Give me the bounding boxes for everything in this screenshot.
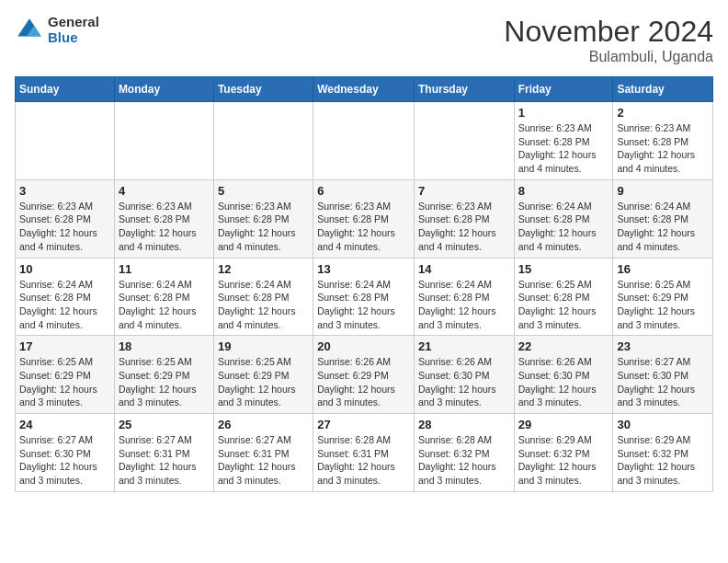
logo-blue: Blue bbox=[48, 30, 99, 46]
calendar: SundayMondayTuesdayWednesdayThursdayFrid… bbox=[15, 76, 713, 492]
day-number: 4 bbox=[119, 184, 210, 198]
calendar-cell: 29Sunrise: 6:29 AM Sunset: 6:32 PM Dayli… bbox=[514, 414, 613, 492]
calendar-cell: 6Sunrise: 6:23 AM Sunset: 6:28 PM Daylig… bbox=[313, 179, 415, 258]
weekday-header: Thursday bbox=[414, 77, 514, 102]
day-info: Sunrise: 6:29 AM Sunset: 6:32 PM Dayligh… bbox=[617, 433, 709, 488]
day-info: Sunrise: 6:23 AM Sunset: 6:28 PM Dayligh… bbox=[518, 121, 609, 176]
day-number: 18 bbox=[119, 339, 210, 353]
calendar-cell: 21Sunrise: 6:26 AM Sunset: 6:30 PM Dayli… bbox=[414, 336, 514, 414]
calendar-cell: 7Sunrise: 6:23 AM Sunset: 6:28 PM Daylig… bbox=[414, 179, 514, 258]
calendar-cell: 24Sunrise: 6:27 AM Sunset: 6:30 PM Dayli… bbox=[16, 414, 115, 492]
calendar-cell: 11Sunrise: 6:24 AM Sunset: 6:28 PM Dayli… bbox=[114, 258, 213, 336]
calendar-cell: 14Sunrise: 6:24 AM Sunset: 6:28 PM Dayli… bbox=[414, 258, 514, 336]
day-number: 27 bbox=[317, 418, 410, 431]
calendar-cell: 3Sunrise: 6:23 AM Sunset: 6:28 PM Daylig… bbox=[16, 179, 115, 258]
day-number: 2 bbox=[617, 106, 709, 120]
day-number: 13 bbox=[317, 262, 410, 276]
calendar-cell: 30Sunrise: 6:29 AM Sunset: 6:32 PM Dayli… bbox=[613, 414, 713, 492]
calendar-cell: 25Sunrise: 6:27 AM Sunset: 6:31 PM Dayli… bbox=[114, 414, 213, 492]
logo-general: General bbox=[48, 15, 99, 30]
day-number: 6 bbox=[317, 184, 410, 198]
calendar-cell: 22Sunrise: 6:26 AM Sunset: 6:30 PM Dayli… bbox=[514, 336, 613, 414]
calendar-cell: 8Sunrise: 6:24 AM Sunset: 6:28 PM Daylig… bbox=[514, 179, 613, 258]
day-info: Sunrise: 6:23 AM Sunset: 6:28 PM Dayligh… bbox=[418, 200, 510, 254]
day-number: 21 bbox=[418, 339, 510, 353]
day-number: 12 bbox=[218, 262, 309, 276]
day-info: Sunrise: 6:26 AM Sunset: 6:29 PM Dayligh… bbox=[317, 355, 410, 409]
day-number: 8 bbox=[518, 184, 609, 198]
calendar-cell bbox=[16, 102, 115, 180]
calendar-cell: 16Sunrise: 6:25 AM Sunset: 6:29 PM Dayli… bbox=[613, 258, 713, 336]
day-info: Sunrise: 6:23 AM Sunset: 6:28 PM Dayligh… bbox=[317, 200, 410, 254]
day-info: Sunrise: 6:29 AM Sunset: 6:32 PM Dayligh… bbox=[518, 433, 609, 488]
day-number: 29 bbox=[518, 418, 609, 431]
calendar-cell: 4Sunrise: 6:23 AM Sunset: 6:28 PM Daylig… bbox=[114, 179, 213, 258]
calendar-cell bbox=[213, 102, 313, 180]
calendar-cell: 20Sunrise: 6:26 AM Sunset: 6:29 PM Dayli… bbox=[313, 336, 415, 414]
calendar-cell: 23Sunrise: 6:27 AM Sunset: 6:30 PM Dayli… bbox=[613, 336, 713, 414]
day-number: 15 bbox=[518, 262, 609, 276]
calendar-cell: 13Sunrise: 6:24 AM Sunset: 6:28 PM Dayli… bbox=[313, 258, 415, 336]
day-info: Sunrise: 6:23 AM Sunset: 6:28 PM Dayligh… bbox=[218, 200, 309, 254]
day-number: 24 bbox=[19, 418, 110, 431]
day-number: 23 bbox=[617, 339, 709, 353]
day-number: 22 bbox=[518, 339, 609, 353]
weekday-header: Sunday bbox=[16, 77, 115, 102]
day-info: Sunrise: 6:24 AM Sunset: 6:28 PM Dayligh… bbox=[518, 200, 609, 254]
weekday-header: Wednesday bbox=[313, 77, 415, 102]
day-info: Sunrise: 6:26 AM Sunset: 6:30 PM Dayligh… bbox=[418, 355, 510, 409]
day-info: Sunrise: 6:24 AM Sunset: 6:28 PM Dayligh… bbox=[317, 278, 410, 332]
day-number: 20 bbox=[317, 339, 410, 353]
day-info: Sunrise: 6:28 AM Sunset: 6:31 PM Dayligh… bbox=[317, 433, 410, 488]
location: Bulambuli, Uganda bbox=[504, 49, 713, 65]
logo-text: General Blue bbox=[48, 15, 99, 45]
calendar-cell: 9Sunrise: 6:24 AM Sunset: 6:28 PM Daylig… bbox=[613, 179, 713, 258]
calendar-week-row: 3Sunrise: 6:23 AM Sunset: 6:28 PM Daylig… bbox=[16, 179, 713, 258]
day-number: 28 bbox=[418, 418, 510, 431]
day-number: 16 bbox=[617, 262, 709, 276]
day-info: Sunrise: 6:23 AM Sunset: 6:28 PM Dayligh… bbox=[119, 200, 210, 254]
logo-icon bbox=[15, 16, 44, 45]
calendar-cell: 10Sunrise: 6:24 AM Sunset: 6:28 PM Dayli… bbox=[16, 258, 115, 336]
day-info: Sunrise: 6:24 AM Sunset: 6:28 PM Dayligh… bbox=[617, 200, 709, 254]
calendar-cell: 17Sunrise: 6:25 AM Sunset: 6:29 PM Dayli… bbox=[16, 336, 115, 414]
calendar-cell: 18Sunrise: 6:25 AM Sunset: 6:29 PM Dayli… bbox=[114, 336, 213, 414]
calendar-cell: 5Sunrise: 6:23 AM Sunset: 6:28 PM Daylig… bbox=[213, 179, 313, 258]
weekday-header: Tuesday bbox=[213, 77, 313, 102]
day-info: Sunrise: 6:25 AM Sunset: 6:29 PM Dayligh… bbox=[218, 355, 309, 409]
day-info: Sunrise: 6:23 AM Sunset: 6:28 PM Dayligh… bbox=[617, 121, 709, 176]
calendar-week-row: 24Sunrise: 6:27 AM Sunset: 6:30 PM Dayli… bbox=[16, 414, 713, 492]
day-info: Sunrise: 6:24 AM Sunset: 6:28 PM Dayligh… bbox=[119, 278, 210, 332]
title-block: November 2024 Bulambuli, Uganda bbox=[504, 15, 713, 65]
page-header: General Blue November 2024 Bulambuli, Ug… bbox=[15, 15, 713, 65]
month-title: November 2024 bbox=[504, 15, 713, 49]
day-info: Sunrise: 6:25 AM Sunset: 6:29 PM Dayligh… bbox=[19, 355, 110, 409]
day-number: 3 bbox=[19, 184, 110, 198]
calendar-week-row: 17Sunrise: 6:25 AM Sunset: 6:29 PM Dayli… bbox=[16, 336, 713, 414]
calendar-cell bbox=[114, 102, 213, 180]
weekday-header-row: SundayMondayTuesdayWednesdayThursdayFrid… bbox=[16, 77, 713, 102]
day-number: 9 bbox=[617, 184, 709, 198]
calendar-week-row: 10Sunrise: 6:24 AM Sunset: 6:28 PM Dayli… bbox=[16, 258, 713, 336]
day-number: 30 bbox=[617, 418, 709, 431]
day-number: 25 bbox=[119, 418, 210, 431]
day-info: Sunrise: 6:27 AM Sunset: 6:31 PM Dayligh… bbox=[119, 433, 210, 488]
calendar-cell: 28Sunrise: 6:28 AM Sunset: 6:32 PM Dayli… bbox=[414, 414, 514, 492]
day-info: Sunrise: 6:24 AM Sunset: 6:28 PM Dayligh… bbox=[19, 278, 110, 332]
day-info: Sunrise: 6:25 AM Sunset: 6:29 PM Dayligh… bbox=[119, 355, 210, 409]
day-number: 19 bbox=[218, 339, 309, 353]
calendar-cell: 19Sunrise: 6:25 AM Sunset: 6:29 PM Dayli… bbox=[213, 336, 313, 414]
calendar-week-row: 1Sunrise: 6:23 AM Sunset: 6:28 PM Daylig… bbox=[16, 102, 713, 180]
day-info: Sunrise: 6:27 AM Sunset: 6:30 PM Dayligh… bbox=[617, 355, 709, 409]
calendar-cell: 12Sunrise: 6:24 AM Sunset: 6:28 PM Dayli… bbox=[213, 258, 313, 336]
calendar-cell: 15Sunrise: 6:25 AM Sunset: 6:28 PM Dayli… bbox=[514, 258, 613, 336]
weekday-header: Monday bbox=[114, 77, 213, 102]
calendar-cell: 2Sunrise: 6:23 AM Sunset: 6:28 PM Daylig… bbox=[613, 102, 713, 180]
day-info: Sunrise: 6:24 AM Sunset: 6:28 PM Dayligh… bbox=[418, 278, 510, 332]
day-info: Sunrise: 6:28 AM Sunset: 6:32 PM Dayligh… bbox=[418, 433, 510, 488]
day-number: 7 bbox=[418, 184, 510, 198]
day-number: 1 bbox=[518, 106, 609, 120]
calendar-cell: 26Sunrise: 6:27 AM Sunset: 6:31 PM Dayli… bbox=[213, 414, 313, 492]
day-info: Sunrise: 6:25 AM Sunset: 6:28 PM Dayligh… bbox=[518, 278, 609, 332]
weekday-header: Friday bbox=[514, 77, 613, 102]
